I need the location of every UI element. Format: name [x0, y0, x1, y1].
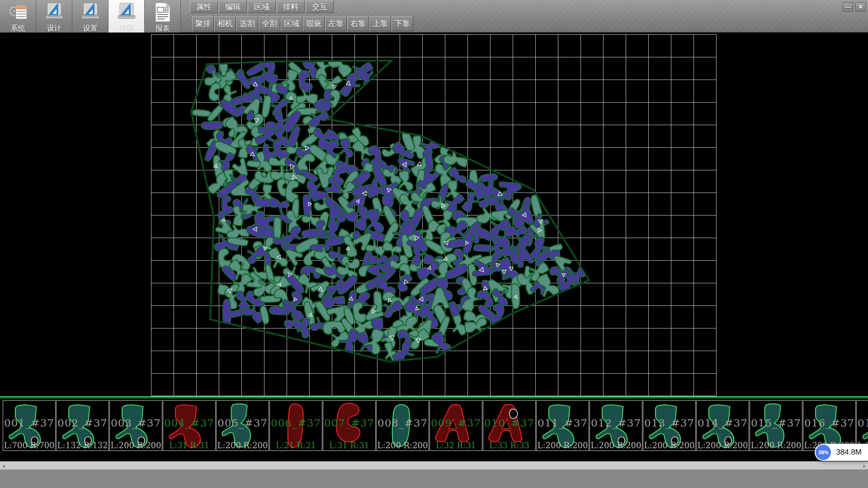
report-icon — [153, 2, 172, 23]
piece-shape — [270, 401, 321, 450]
memory-usage-label: 384.8M — [836, 448, 862, 457]
menu-action-4[interactable]: 全割 — [259, 16, 280, 31]
piece-thumbnail-list: 001_#37L:700 R:700 002_#37L:132 R:132 00… — [3, 400, 868, 451]
piece-thumbnail-12[interactable]: 012_#37L:200 R:200 — [590, 400, 642, 451]
system-icon: ⚙ — [6, 2, 30, 23]
design-icon-wrap — [72, 0, 108, 24]
piece-thumbnail-14[interactable]: 014_#37L:200 R:200 — [696, 400, 749, 451]
system-icon-wrap: ⚙ — [0, 0, 36, 24]
piece-shape — [324, 401, 375, 450]
nesting-canvas[interactable] — [0, 33, 868, 396]
menu-action-3[interactable]: 选割 — [236, 16, 258, 31]
menu-action-10[interactable]: 下靠 — [392, 16, 413, 31]
piece-thumbnail-10[interactable]: 010_#37L:33 R:33 — [483, 400, 536, 451]
piece-film-strip: 001_#37L:700 R:700 002_#37L:132 R:132 00… — [0, 396, 868, 461]
piece-shape — [4, 401, 55, 450]
scroll-right-icon[interactable]: › — [860, 461, 868, 469]
menu-tab-row: 属性编辑区域排料交互 — [190, 1, 334, 13]
strip-top-border — [0, 396, 868, 398]
toolbar-button-2[interactable]: 设计 — [36, 0, 72, 33]
piece-shape — [537, 401, 588, 450]
menu-tab-4[interactable]: 排料 — [277, 1, 305, 13]
piece-shape — [57, 401, 108, 450]
toolbar-button-5[interactable]: 报表 — [145, 0, 181, 33]
piece-shape — [484, 401, 535, 450]
piece-thumbnail-8[interactable]: 008_#37L:200 R:200 — [376, 400, 429, 451]
piece-thumbnail-6[interactable]: 006_#37L:21 R:21 — [269, 400, 322, 451]
menu-tab-1[interactable]: 属性 — [190, 1, 218, 13]
menu-action-7[interactable]: 左靠 — [325, 16, 347, 31]
menu-action-6[interactable]: 瑕疵 — [303, 16, 325, 31]
design-icon — [79, 2, 102, 23]
toolbar-button-3[interactable]: 设置 — [72, 0, 108, 33]
close-button[interactable]: ✕ — [855, 2, 866, 12]
menu-tab-3[interactable]: 区域 — [248, 1, 276, 13]
status-bar — [0, 469, 868, 488]
piece-thumbnail-15[interactable]: 015_#37L:200 R:200 — [750, 400, 802, 451]
minimize-button[interactable]: — — [843, 2, 853, 12]
piece-shape — [110, 401, 161, 450]
piece-thumbnail-9[interactable]: 009_#37L:32 R:31 — [429, 400, 482, 451]
toolbar-button-1[interactable]: ⚙ 系统 — [0, 0, 36, 33]
design-icon — [43, 2, 66, 23]
menu-action-1[interactable]: 聚排 — [192, 16, 214, 31]
toolbar-button-label: 报表 — [156, 24, 170, 32]
menu-action-8[interactable]: 右靠 — [347, 16, 369, 31]
menu-action-9[interactable]: 上靠 — [369, 16, 391, 31]
menu-action-2[interactable]: 相机 — [214, 16, 236, 31]
piece-shape — [430, 401, 481, 450]
toolbar-button-label: 设计 — [47, 24, 61, 32]
header-bar: ⚙ 系统 设计 设置 — [0, 0, 868, 33]
toolbar-button-label: 系统 — [11, 24, 25, 32]
window-controls: — ✕ — [843, 2, 866, 12]
progress-percent-badge: 38% — [816, 445, 831, 460]
action-button-row: 聚排相机选割全割区域瑕疵左靠右靠上靠下靠 — [192, 16, 413, 31]
piece-shape — [644, 401, 695, 450]
piece-shape — [804, 401, 855, 450]
design-icon — [115, 2, 138, 23]
toolbar-button-label: 设置 — [83, 24, 98, 32]
design-icon-wrap — [36, 0, 72, 24]
piece-shape — [697, 401, 748, 450]
piece-shape — [217, 401, 268, 450]
menu-tab-5[interactable]: 交互 — [306, 1, 334, 13]
main-toolbar: ⚙ 系统 设计 设置 — [0, 0, 181, 33]
menu-action-5[interactable]: 区域 — [281, 16, 302, 31]
nesting-workspace[interactable] — [0, 33, 868, 396]
menu-tab-2[interactable]: 编辑 — [219, 1, 247, 13]
piece-thumbnail-2[interactable]: 002_#37L:132 R:132 — [56, 400, 109, 451]
memory-status-pill[interactable]: 38% 384.8M — [815, 444, 868, 461]
piece-thumbnail-13[interactable]: 013_#37L:200 R:200 — [643, 400, 696, 451]
design-icon-wrap — [108, 0, 144, 24]
piece-thumbnail-11[interactable]: 011_#37L:200 R:200 — [536, 400, 589, 451]
piece-shape — [590, 401, 642, 450]
report-icon-wrap — [145, 0, 180, 24]
strip-top-border-inner — [0, 399, 868, 399]
piece-thumbnail-4[interactable]: 004_#37L:31 R:31 — [163, 400, 216, 451]
toolbar-button-4[interactable]: 排版 — [108, 0, 145, 33]
piece-shape — [377, 401, 428, 450]
piece-thumbnail-5[interactable]: 005_#37L:200 R:200 — [216, 400, 269, 451]
piece-shape — [750, 401, 802, 450]
toolbar-button-label: 排版 — [119, 24, 134, 32]
piece-thumbnail-3[interactable]: 003_#37L:200 R:200 — [109, 400, 162, 451]
scroll-left-icon[interactable]: ‹ — [0, 461, 8, 469]
piece-thumbnail-7[interactable]: 007_#37L:31 R:31 — [323, 400, 376, 451]
piece-thumbnail-1[interactable]: 001_#37L:700 R:700 — [3, 400, 56, 451]
piece-shape — [164, 401, 215, 450]
horizontal-scrollbar[interactable]: ‹ › — [0, 461, 868, 469]
piece-shape — [857, 401, 868, 450]
